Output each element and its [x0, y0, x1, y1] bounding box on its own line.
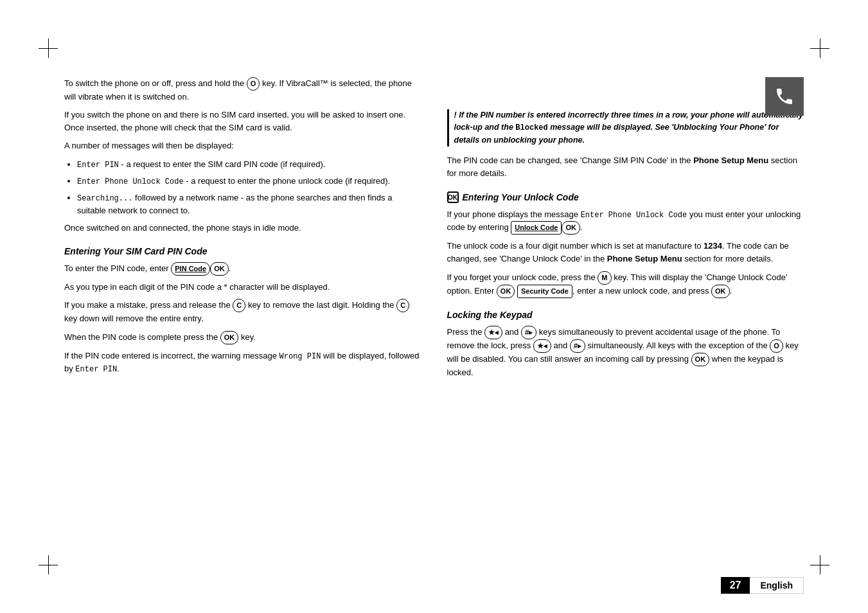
- enter-phone-unlock-text: Enter Phone Unlock Code: [581, 211, 687, 220]
- crosshair-top-right: [810, 39, 829, 58]
- content-area: To switch the phone on or off, press and…: [64, 77, 804, 549]
- power-key: O: [247, 77, 260, 91]
- sim-para1-post: .: [229, 263, 231, 273]
- list-item-enter-pin: Enter PIN - a request to enter the SIM c…: [77, 158, 421, 171]
- pin-change-para: The PIN code can be changed, see 'Change…: [447, 154, 804, 180]
- ok-key-locking: OK: [691, 353, 710, 366]
- language-label: English: [750, 577, 804, 594]
- crosshair-bottom-left: [39, 555, 58, 574]
- phone-setup-menu-1: Phone Setup Menu: [693, 155, 768, 165]
- c-key-1: C: [233, 299, 245, 312]
- idle-mode-para: Once switched on and connected, the phon…: [64, 222, 421, 235]
- ok-section-icon: OK: [447, 191, 459, 203]
- message-list: Enter PIN - a request to enter the SIM c…: [77, 158, 421, 217]
- warning-icon-text: !: [454, 111, 457, 120]
- ok-key-2: OK: [220, 331, 239, 344]
- hash-key-1: #▸: [521, 326, 536, 339]
- sim-para1-pre: To enter the PIN code, enter: [64, 263, 169, 273]
- m-key: M: [598, 271, 611, 285]
- unlock-section-heading: OK Entering Your Unlock Code: [447, 191, 804, 204]
- locking-para: Press the ★◂ and #▸ keys simultaneously …: [447, 326, 804, 379]
- list-item-searching: Searching... followed by a network name …: [77, 191, 421, 217]
- phone-icon: [774, 86, 795, 107]
- unlock-code-mono: Enter Phone Unlock Code: [77, 177, 184, 186]
- intro-para2: If you switch the phone on and there is …: [64, 109, 421, 134]
- footer: 27 English: [0, 577, 868, 594]
- hash-key-2: #▸: [570, 339, 585, 353]
- enter-pin-mono: Enter PIN: [77, 161, 119, 170]
- intro-para1: To switch the phone on or off, press and…: [64, 77, 421, 103]
- ok-key-4: OK: [711, 285, 730, 298]
- sim-heading-text: Entering Your SIM Card PIN Code: [64, 246, 207, 256]
- sim-para4: When the PIN code is complete press the …: [64, 331, 421, 344]
- ok-key-unlock: OK: [562, 221, 580, 235]
- phone-setup-menu-2: Phone Setup Menu: [607, 254, 682, 263]
- list-item-unlock-code: Enter Phone Unlock Code - a request to e…: [77, 175, 421, 188]
- unlock-code-key: Unlock Code: [511, 221, 562, 235]
- o-key-locking: O: [770, 339, 783, 353]
- sim-para5: If the PIN code entered is incorrect, th…: [64, 350, 421, 376]
- sim-section-heading: Entering Your SIM Card PIN Code: [64, 245, 421, 258]
- sim-para1: To enter the PIN code, enter PIN CodeOK.: [64, 262, 421, 276]
- crosshair-top-left: [39, 39, 58, 58]
- left-column: To switch the phone on or off, press and…: [64, 77, 421, 549]
- blocked-text: Blocked: [515, 123, 547, 132]
- warning-text: ! If the PIN number is entered incorrect…: [454, 109, 804, 147]
- warning-box: ! If the PIN number is entered incorrect…: [447, 109, 804, 147]
- default-code: 1234: [704, 241, 722, 251]
- enter-pin-text: - a request to enter the SIM card PIN co…: [121, 159, 325, 169]
- right-column: ! If the PIN number is entered incorrect…: [447, 77, 804, 549]
- unlock-para3: If you forget your unlock code, press th…: [447, 271, 804, 298]
- locking-section-heading: Locking the Keypad: [447, 308, 804, 322]
- unlock-code-text: - a request to enter the phone unlock co…: [186, 176, 390, 186]
- c-key-2: C: [396, 299, 409, 312]
- searching-mono: Searching...: [77, 194, 132, 203]
- ok-key-3: OK: [497, 285, 515, 298]
- ok-key-1: OK: [210, 262, 229, 276]
- crosshair-bottom-right: [810, 555, 829, 574]
- intro-para3: A number of messages will then be displa…: [64, 139, 421, 152]
- sim-para2: As you type in each digit of the PIN cod…: [64, 281, 421, 294]
- phone-icon-box: [765, 77, 804, 116]
- unlock-heading-text: Entering Your Unlock Code: [463, 191, 579, 204]
- unlock-para2: The unlock code is a four digit number w…: [447, 240, 804, 265]
- enter-pin-text2: Enter PIN: [75, 365, 117, 374]
- star-key-1: ★◂: [484, 326, 502, 339]
- wrong-pin-text: Wrong PIN: [279, 352, 321, 361]
- page: To switch the phone on or off, press and…: [0, 0, 868, 613]
- unlock-para1: If your phone displays the message Enter…: [447, 208, 804, 235]
- locking-heading-text: Locking the Keypad: [447, 310, 533, 320]
- pin-code-key: PIN Code: [171, 262, 210, 276]
- sim-para3: If you make a mistake, press and release…: [64, 299, 421, 325]
- star-key-2: ★◂: [533, 339, 551, 353]
- page-number: 27: [721, 577, 750, 594]
- security-code-key: Security Code: [517, 285, 572, 298]
